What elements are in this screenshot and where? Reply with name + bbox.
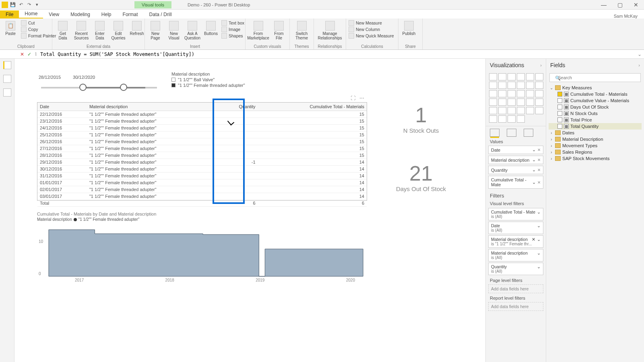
signed-in-user[interactable]: Sam McKay (614, 14, 644, 19)
shapes-button[interactable]: Shapes (221, 33, 244, 39)
chevron-down-icon[interactable]: ⌄ (537, 210, 541, 214)
table-row[interactable]: 30/12/2016"1 1/2"" Female threaded adupt… (37, 166, 367, 173)
publish-button[interactable]: Publish (401, 20, 417, 37)
collapse-pane-icon[interactable]: › (638, 63, 640, 68)
from-marketplace-button[interactable]: From Marketplace (248, 20, 268, 41)
cut-button[interactable]: Cut (21, 20, 56, 26)
table-row[interactable]: 29/12/2016"1 1/2"" Female threaded adupt… (37, 159, 367, 166)
fields-search[interactable]: 🔍 (549, 73, 641, 82)
viz-type-icon[interactable] (498, 73, 506, 80)
field-item[interactable]: ▦Cumulative Total - Materials (549, 91, 642, 97)
table-header[interactable]: ›SAP Stock Movements (549, 155, 642, 162)
viz-type-icon[interactable] (535, 99, 543, 106)
search-input[interactable] (549, 73, 641, 82)
edit-queries-button[interactable]: Edit Queries (110, 20, 126, 41)
viz-type-icon[interactable] (526, 107, 534, 114)
field-checkbox[interactable] (557, 98, 562, 103)
viz-type-icon[interactable] (489, 82, 497, 89)
formula-input[interactable] (40, 51, 634, 57)
field-well-material-description[interactable]: Material description⌄✕ (488, 156, 543, 164)
filter-card[interactable]: Material description⌄is (All) (488, 249, 543, 261)
add-report-filter-dropzone[interactable]: Add data fields here (488, 302, 543, 311)
chevron-down-icon[interactable]: ⌄ (532, 147, 536, 152)
undo-icon[interactable]: ↶ (18, 2, 24, 8)
viz-type-icon[interactable] (489, 107, 497, 114)
table-row[interactable]: 27/12/2016"1 1/2"" Female threaded adupt… (37, 145, 367, 152)
tab-help[interactable]: Help (96, 10, 117, 19)
viz-type-icon[interactable] (517, 90, 525, 97)
data-view-icon[interactable] (3, 75, 11, 83)
date-slicer[interactable]: 28/12/2015 30/12/2020 (39, 75, 159, 88)
report-view-icon[interactable] (3, 61, 11, 69)
new-page-button[interactable]: New Page (147, 20, 163, 41)
copy-button[interactable]: Copy (21, 27, 56, 32)
new-column-button[interactable]: New Column (349, 27, 394, 32)
tab-file[interactable]: File (0, 10, 19, 19)
filter-card[interactable]: Date⌄is (All) (488, 222, 543, 234)
viz-type-icon[interactable] (489, 90, 497, 97)
table-visual[interactable]: ⛶ ⋯ DateMaterial descriptionQuantityCumu… (37, 102, 367, 201)
card-n-stock-outs[interactable]: 1 N Stock Outs (389, 103, 453, 134)
viz-type-icon[interactable] (517, 107, 525, 114)
chevron-down-icon[interactable]: ⌄ (537, 264, 541, 269)
refresh-button[interactable]: Refresh (129, 20, 145, 37)
field-checkbox[interactable] (557, 105, 562, 109)
viz-type-icon[interactable] (489, 73, 497, 80)
add-page-filter-dropzone[interactable]: Add data fields here (488, 284, 543, 293)
viz-type-icon[interactable] (517, 73, 525, 80)
chevron-down-icon[interactable]: ⌄ (537, 251, 541, 255)
tab-modeling[interactable]: Modeling (65, 10, 96, 19)
text-box-button[interactable]: Text box (221, 20, 244, 26)
chevron-down-icon[interactable]: ⌄ (537, 223, 541, 228)
table-header[interactable]: ›Sales Regions (549, 149, 642, 155)
field-item[interactable]: ▦Total Quantity (549, 123, 642, 130)
viz-type-icon[interactable] (498, 107, 506, 114)
viz-type-icon[interactable] (508, 90, 516, 97)
viz-type-icon[interactable] (535, 82, 543, 89)
image-button[interactable]: Image (221, 27, 244, 32)
tab-data-drill[interactable]: Data / Drill (144, 10, 178, 19)
manage-relationships-button[interactable]: Manage Relationships (316, 20, 343, 41)
minimize-button[interactable]: — (596, 2, 612, 8)
field-well-quantity[interactable]: Quantity⌄✕ (488, 166, 543, 174)
table-column-header[interactable]: Date (37, 103, 87, 111)
viz-type-icon[interactable] (526, 99, 534, 106)
commit-formula-icon[interactable]: ✓ (27, 51, 31, 57)
more-options-icon[interactable]: ⋯ (359, 95, 364, 101)
from-file-button[interactable]: From File (271, 20, 287, 41)
remove-field-icon[interactable]: ✕ (537, 158, 541, 162)
viz-type-icon[interactable] (526, 82, 534, 89)
filter-card[interactable]: Cumulative Total - Mate⌄is (All) (488, 208, 543, 220)
table-column-header[interactable]: Material description (87, 103, 219, 111)
qat-dropdown-icon[interactable]: ▾ (34, 2, 40, 8)
collapse-pane-icon[interactable]: › (540, 63, 542, 68)
cancel-formula-icon[interactable]: ✕ (20, 51, 24, 57)
field-well-date[interactable]: Date⌄✕ (488, 146, 543, 154)
card-days-out-of-stock[interactable]: 21 Days Out Of Stock (381, 161, 461, 192)
viz-type-icon[interactable] (526, 73, 534, 80)
paste-button[interactable]: 📋Paste (2, 20, 19, 37)
viz-type-icon[interactable] (535, 90, 543, 97)
analytics-tab-icon[interactable] (524, 129, 533, 137)
table-row[interactable]: 28/12/2016"1 1/2"" Female threaded adupt… (37, 152, 367, 159)
filter-card[interactable]: Material description✕⌄is "1 1/2"" Female… (488, 235, 543, 248)
new-quick-measure-button[interactable]: New Quick Measure (349, 33, 394, 39)
table-column-header[interactable]: Cumulative Total - Materials (258, 103, 367, 111)
table-header[interactable]: ›Dates (549, 130, 642, 136)
table-row[interactable]: 22/12/2016"1 1/2"" Female threaded adupt… (37, 111, 367, 118)
formula-expand-icon[interactable]: ⌄ (638, 51, 642, 57)
save-icon[interactable]: 💾 (10, 2, 16, 8)
viz-type-icon[interactable] (489, 115, 497, 123)
focus-mode-icon[interactable]: ⛶ (351, 95, 355, 101)
table-column-header[interactable]: Quantity (219, 103, 258, 111)
viz-type-icon[interactable] (498, 90, 506, 97)
table-row[interactable]: 01/01/2017"1 1/2"" Female threaded adupt… (37, 179, 367, 186)
filter-card[interactable]: Quantity⌄is (All) (488, 263, 543, 275)
viz-type-icon[interactable] (508, 82, 516, 89)
recent-sources-button[interactable]: Recent Sources (73, 20, 89, 41)
viz-type-icon[interactable] (517, 82, 525, 89)
table-header-key-measures[interactable]: ⌄Key Measures (549, 84, 642, 91)
viz-type-icon[interactable] (517, 99, 525, 106)
remove-filter-icon[interactable]: ✕ (532, 237, 535, 242)
new-measure-button[interactable]: New Measure (349, 20, 394, 26)
